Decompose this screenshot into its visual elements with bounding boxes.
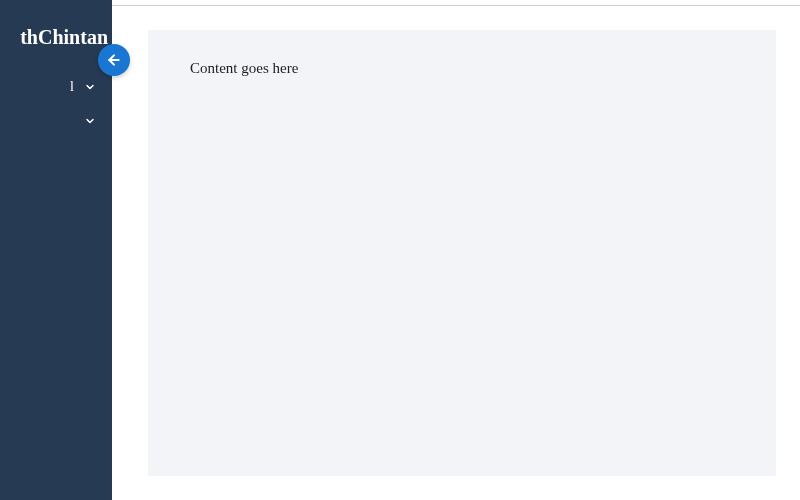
sidebar-item-label: l <box>4 79 74 95</box>
sidebar: thChintan l <box>0 0 112 500</box>
chevron-down-icon <box>84 81 96 93</box>
chevron-down-icon <box>84 115 96 127</box>
sidebar-item-1[interactable] <box>0 105 112 137</box>
topbar <box>0 0 800 6</box>
content-placeholder-text: Content goes here <box>190 60 298 76</box>
content-panel: Content goes here <box>148 30 776 476</box>
brand-title: thChintan <box>0 20 112 69</box>
main-area: Content goes here <box>112 6 800 500</box>
sidebar-item-0[interactable]: l <box>0 69 112 105</box>
arrow-left-icon <box>106 52 122 68</box>
sidebar-toggle-button[interactable] <box>98 44 130 76</box>
